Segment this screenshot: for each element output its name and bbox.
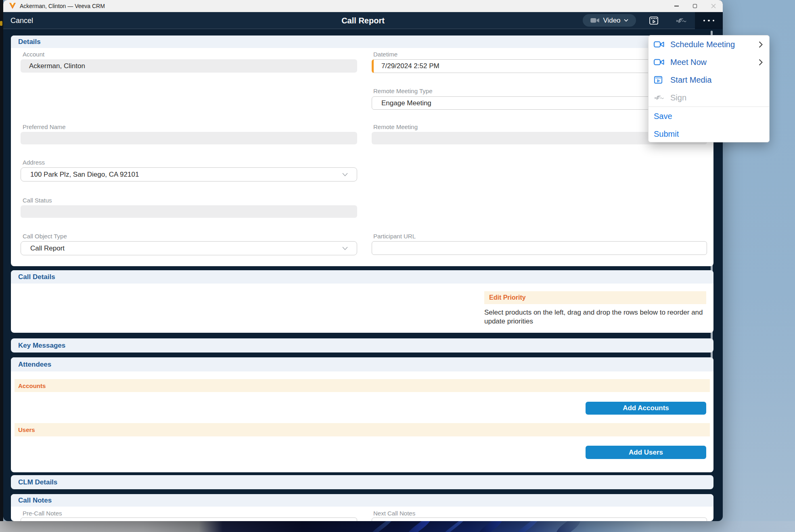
chevron-right-icon [759, 41, 763, 48]
datetime-label: Datetime [373, 51, 398, 58]
wallpaper-petal [477, 521, 504, 532]
call-notes-section: Call Notes Pre-Call Notes Next Call Note… [11, 494, 713, 521]
chevron-down-icon [624, 19, 628, 22]
video-button-label: Video [603, 17, 620, 25]
remote-meeting-label: Remote Meeting [373, 123, 418, 130]
menu-item-save[interactable]: Save [649, 107, 769, 125]
maximize-icon [693, 4, 697, 8]
pre-call-notes-label: Pre-Call Notes [23, 510, 62, 517]
veeva-crm-window: Ackerman, Clinton — Veeva CRM Cancel Cal… [3, 0, 723, 521]
close-button[interactable] [704, 0, 723, 12]
desktop-background-left [0, 0, 3, 521]
call-object-type-label: Call Object Type [23, 233, 67, 240]
account-label: Account [23, 51, 44, 58]
wallpaper-petal [554, 521, 582, 532]
menu-divider [649, 106, 769, 107]
participant-url-label: Participant URL [373, 233, 416, 240]
video-camera-icon [654, 58, 664, 66]
menu-item-sign: Sign [649, 89, 769, 106]
account-field: Ackerman, Clinton [21, 59, 357, 73]
veeva-logo-icon [9, 2, 16, 10]
add-accounts-button[interactable]: Add Accounts [586, 402, 706, 415]
media-calendar-icon [654, 75, 664, 84]
key-messages-section: Key Messages [11, 338, 713, 353]
media-calendar-icon [649, 16, 659, 25]
chevron-down-icon [342, 173, 348, 176]
desktop-icon-fragment [0, 21, 2, 26]
menu-item-label: Sign [670, 93, 686, 102]
desktop-wallpaper-bottom [0, 521, 795, 532]
call-details-section: Call Details Edit Priority Select produc… [11, 270, 713, 333]
video-camera-icon [654, 41, 664, 48]
call-details-section-header: Call Details [11, 270, 713, 284]
pre-call-notes-field[interactable] [21, 517, 357, 521]
video-camera-icon [590, 17, 600, 23]
attendees-section: Attendees Accounts Add Accounts Users Ad… [11, 357, 713, 472]
address-dropdown[interactable]: 100 Park Plz, San Diego, CA 92101 [21, 167, 357, 182]
menu-item-label: Schedule Meeting [670, 40, 735, 49]
participant-url-field[interactable] [372, 241, 707, 255]
wallpaper-petal [369, 521, 393, 532]
remote-meeting-type-label: Remote Meeting Type [373, 88, 432, 94]
key-messages-section-header: Key Messages [11, 338, 713, 353]
next-call-notes-field[interactable] [372, 517, 707, 521]
next-call-notes-label: Next Call Notes [373, 510, 415, 517]
close-icon [711, 4, 716, 8]
menu-item-label: Meet Now [670, 58, 707, 67]
call-object-type-value: Call Report [30, 244, 65, 252]
sign-button[interactable] [673, 15, 689, 26]
window-titlebar: Ackerman, Clinton — Veeva CRM [3, 0, 723, 12]
menu-item-start-media[interactable]: Start Media [649, 71, 769, 89]
start-media-button[interactable] [646, 15, 662, 26]
menu-item-meet-now[interactable]: Meet Now [649, 53, 769, 71]
address-label: Address [23, 159, 45, 166]
preferred-name-field [21, 132, 357, 144]
clm-details-section-header: CLM Details [11, 475, 713, 489]
call-status-field [21, 205, 357, 218]
more-actions-menu: Schedule Meeting Meet Now [648, 35, 770, 142]
priority-instructions: Select products on the left, drag and dr… [484, 308, 713, 326]
signature-icon [654, 94, 664, 102]
wallpaper-petal [406, 521, 432, 532]
edit-priority-banner: Edit Priority [484, 291, 706, 304]
address-value: 100 Park Plz, San Diego, CA 92101 [30, 171, 139, 179]
preferred-name-label: Preferred Name [23, 123, 66, 130]
wallpaper-petal [441, 521, 466, 532]
minimize-button[interactable] [667, 0, 686, 12]
attendees-section-header: Attendees [11, 357, 713, 371]
chevron-down-icon [342, 246, 348, 250]
clm-details-section: CLM Details [11, 475, 713, 489]
menu-item-label: Start Media [670, 75, 711, 85]
call-status-label: Call Status [23, 197, 52, 204]
ellipsis-icon [703, 20, 715, 22]
wallpaper-petal [515, 521, 540, 532]
app-navbar: Cancel Call Report Video [3, 12, 723, 29]
signature-icon [676, 16, 687, 25]
minimize-icon [674, 6, 679, 6]
chevron-right-icon [759, 59, 763, 66]
users-subheader: Users [15, 423, 710, 436]
window-title: Ackerman, Clinton — Veeva CRM [20, 3, 105, 9]
maximize-button[interactable] [686, 0, 704, 12]
menu-item-submit[interactable]: Submit [649, 125, 769, 143]
accounts-subheader: Accounts [15, 379, 710, 392]
call-object-type-dropdown[interactable]: Call Report [21, 241, 357, 255]
more-actions-button[interactable] [695, 12, 723, 29]
video-dropdown-button[interactable]: Video [583, 14, 636, 27]
details-section: Details Account Ackerman, Clinton Dateti… [11, 35, 713, 266]
menu-item-schedule-meeting[interactable]: Schedule Meeting [649, 35, 769, 53]
details-section-header: Details [11, 35, 713, 48]
call-notes-section-header: Call Notes [11, 494, 713, 507]
add-users-button[interactable]: Add Users [586, 446, 706, 459]
